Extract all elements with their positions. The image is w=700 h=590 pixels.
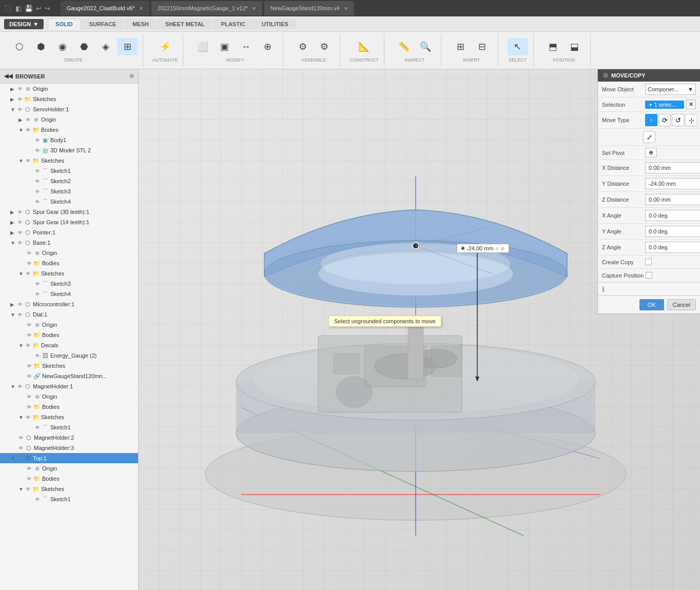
tree-item-spurgear14[interactable]: ▶👁⬡Spur Gear (14 teeth):1 bbox=[0, 217, 138, 227]
joint-btn[interactable]: ⚙ bbox=[293, 38, 313, 55]
visibility-magnetholder1[interactable]: 👁 bbox=[17, 384, 23, 389]
tree-item-bodies_dial[interactable]: 👁📁Bodies bbox=[0, 330, 138, 340]
tree-arrow-pointer[interactable]: ▶ bbox=[10, 230, 17, 235]
z-angle-input[interactable] bbox=[645, 242, 700, 253]
tree-item-bodies_mh1[interactable]: 👁📁Bodies bbox=[0, 402, 138, 412]
visibility-sketches_top[interactable]: 👁 bbox=[26, 486, 31, 492]
tree-item-energy_gauge[interactable]: 👁🖼Energy_Gauge (2) bbox=[0, 350, 138, 361]
visibility-top1[interactable]: 👁 bbox=[17, 456, 23, 461]
visibility-bodies_dial[interactable]: 👁 bbox=[27, 332, 32, 338]
visibility-origin1[interactable]: 👁 bbox=[17, 86, 23, 92]
tree-item-bodies1[interactable]: ▼👁📁Bodies bbox=[0, 125, 138, 135]
tree-item-sketch1_mh1[interactable]: 👁⌒Sketch1 bbox=[0, 422, 138, 432]
tree-arrow-dial[interactable]: ▼ bbox=[10, 312, 17, 318]
move-type-point[interactable]: ⊹ bbox=[685, 114, 697, 126]
loft-btn[interactable]: ◈ bbox=[95, 38, 116, 55]
position-btn[interactable]: ⬒ bbox=[543, 38, 563, 55]
tree-item-spurgear30[interactable]: ▶👁⬡Spur Gear (30 teeth):1 bbox=[0, 207, 138, 217]
tree-arrow-spurgear14[interactable]: ▶ bbox=[10, 220, 17, 225]
visibility-base[interactable]: 👁 bbox=[17, 240, 23, 246]
visibility-origin_top[interactable]: 👁 bbox=[27, 466, 32, 471]
tree-item-origin_mh1[interactable]: 👁⊕Origin bbox=[0, 391, 138, 402]
move-type-rotate[interactable]: ⟳ bbox=[658, 114, 671, 126]
mirror-btn[interactable]: ⊞ bbox=[117, 38, 138, 55]
tree-item-magnetholder2[interactable]: 👁⬡MagnetHolder:2 bbox=[0, 432, 138, 443]
tree-item-servoholder[interactable]: ▼👁⬡ServoHolder:1 bbox=[0, 104, 138, 114]
title-tab[interactable]: Gauge2022_ClaatBuild v6*✕ bbox=[61, 1, 149, 15]
tree-item-dial[interactable]: ▼👁⬡Dial:1 bbox=[0, 309, 138, 320]
tree-item-bodies_top[interactable]: 👁📁Bodies bbox=[0, 474, 138, 484]
capture-position-checkbox[interactable] bbox=[646, 272, 652, 279]
move-type-translate[interactable]: ↑ bbox=[645, 114, 657, 126]
visibility-sketches2[interactable]: 👁 bbox=[26, 158, 31, 164]
move-type-extra[interactable]: ⤢ bbox=[643, 131, 655, 143]
tree-item-base[interactable]: ▼👁⬡Base:1 bbox=[0, 238, 138, 248]
selection-clear-button[interactable]: ✕ bbox=[686, 100, 696, 109]
tree-item-top1[interactable]: ▼👁⬡Top:1 bbox=[0, 453, 138, 463]
visibility-sketch2[interactable]: 👁 bbox=[35, 179, 40, 184]
visibility-bodies1[interactable]: 👁 bbox=[26, 127, 31, 133]
tree-item-body1[interactable]: 👁▣Body1 bbox=[0, 135, 138, 145]
tree-item-origin2[interactable]: ▶👁⊕Origin bbox=[0, 114, 138, 125]
visibility-microcontroller[interactable]: 👁 bbox=[17, 302, 23, 307]
visibility-origin_base[interactable]: 👁 bbox=[27, 250, 32, 256]
visibility-servoholder[interactable]: 👁 bbox=[17, 107, 23, 112]
visibility-pointer[interactable]: 👁 bbox=[17, 230, 23, 235]
visibility-magnetholder2[interactable]: 👁 bbox=[18, 435, 24, 441]
insert-btn[interactable]: ⊞ bbox=[451, 38, 471, 55]
move-object-select[interactable]: Componer... ▼ bbox=[645, 84, 696, 95]
visibility-sketch1_top[interactable]: 👁 bbox=[35, 497, 40, 502]
extrude-btn[interactable]: ⬢ bbox=[31, 38, 51, 55]
tree-item-origin_top[interactable]: 👁⊕Origin bbox=[0, 463, 138, 474]
tree-item-newgaugestand[interactable]: 👁🔗NewGaugeStand120mn... bbox=[0, 371, 138, 381]
panel-close-dot[interactable] bbox=[603, 73, 608, 78]
construct-btn[interactable]: 📐 bbox=[354, 38, 374, 55]
tree-item-sketches2[interactable]: ▼👁📁Sketches bbox=[0, 155, 138, 166]
joint2-btn[interactable]: ⚙ bbox=[314, 38, 335, 55]
visibility-body1[interactable]: 👁 bbox=[35, 137, 40, 143]
visibility-newgaugestand[interactable]: 👁 bbox=[27, 373, 32, 379]
tree-item-sketch1_top[interactable]: 👁⌒Sketch1 bbox=[0, 494, 138, 504]
tree-item-origin_dial[interactable]: 👁⊕Origin bbox=[0, 320, 138, 330]
tree-item-pointer[interactable]: ▶👁⬡Pointer:1 bbox=[0, 227, 138, 238]
set-pivot-button[interactable]: ⊕ bbox=[645, 148, 657, 158]
visibility-sketch1_mh1[interactable]: 👁 bbox=[35, 425, 40, 430]
visibility-origin_mh1[interactable]: 👁 bbox=[27, 394, 32, 400]
tree-arrow-microcontroller[interactable]: ▶ bbox=[10, 302, 17, 307]
visibility-bodies_mh1[interactable]: 👁 bbox=[27, 404, 32, 410]
visibility-sketch4[interactable]: 👁 bbox=[35, 199, 40, 205]
selection-button[interactable]: ● 1 selec... bbox=[645, 101, 684, 109]
create-copy-checkbox[interactable] bbox=[645, 259, 652, 265]
tree-arrow-origin2[interactable]: ▶ bbox=[18, 117, 26, 123]
tree-arrow-sketches2[interactable]: ▼ bbox=[18, 158, 26, 164]
visibility-spurgear30[interactable]: 👁 bbox=[17, 209, 23, 215]
tree-arrow-sketches_base[interactable]: ▼ bbox=[18, 271, 26, 277]
visibility-sketch1[interactable]: 👁 bbox=[35, 168, 40, 174]
tree-item-sketches_mh1[interactable]: ▼👁📁Sketches bbox=[0, 412, 138, 422]
select-btn[interactable]: ↖ bbox=[508, 38, 528, 55]
visibility-bodies_base[interactable]: 👁 bbox=[27, 261, 32, 266]
tree-arrow-origin1[interactable]: ▶ bbox=[10, 86, 17, 92]
tree-item-decals[interactable]: ▼👁📁Decals bbox=[0, 340, 138, 350]
position2-btn[interactable]: ⬓ bbox=[565, 38, 585, 55]
ok-button[interactable]: OK bbox=[639, 299, 664, 310]
visibility-decals[interactable]: 👁 bbox=[26, 343, 31, 348]
visibility-sketches_base[interactable]: 👁 bbox=[26, 271, 31, 277]
tree-arrow-top1[interactable]: ▼ bbox=[10, 456, 17, 461]
visibility-energy_gauge[interactable]: 👁 bbox=[35, 353, 40, 359]
tree-item-origin1[interactable]: ▶👁⊕Origin bbox=[0, 84, 138, 94]
measure-btn[interactable]: 📏 bbox=[394, 38, 414, 55]
tree-arrow-spurgear30[interactable]: ▶ bbox=[10, 209, 17, 215]
combine-btn[interactable]: ⊕ bbox=[257, 38, 278, 55]
tree-arrow-servoholder[interactable]: ▼ bbox=[10, 107, 17, 112]
visibility-sketch3b[interactable]: 👁 bbox=[35, 281, 40, 287]
new-component-btn[interactable]: ⬡ bbox=[9, 38, 30, 55]
toolbar-tab-plastic[interactable]: PLASTIC bbox=[213, 18, 253, 29]
tree-arrow-bodies1[interactable]: ▼ bbox=[18, 127, 26, 133]
tree-item-sketch2[interactable]: 👁⌒Sketch2 bbox=[0, 176, 138, 186]
tree-item-sketches_dial[interactable]: 👁📁Sketches bbox=[0, 361, 138, 371]
toolbar-tab-surface[interactable]: SURFACE bbox=[82, 18, 124, 29]
tree-item-sketches1[interactable]: ▶👁📁Sketches bbox=[0, 94, 138, 104]
visibility-origin_dial[interactable]: 👁 bbox=[27, 322, 32, 328]
title-tab[interactable]: 2022150mmMagneticGauge_1 v12*✕ bbox=[151, 1, 262, 15]
